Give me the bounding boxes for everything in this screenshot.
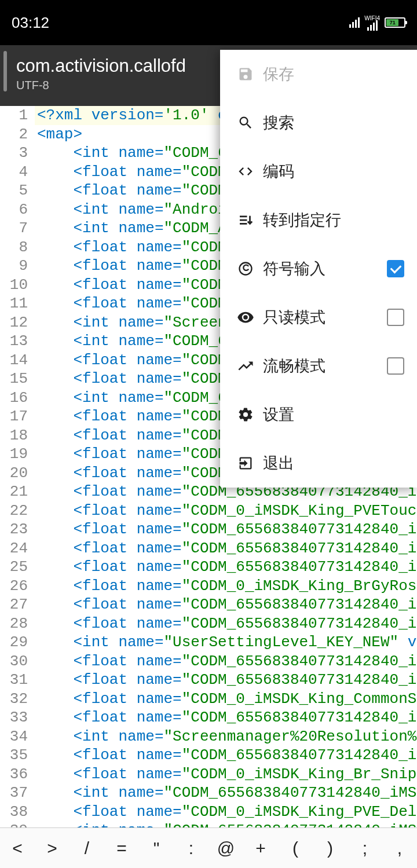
symbol-key[interactable]: ( xyxy=(278,828,313,868)
gear-icon xyxy=(233,406,258,423)
line-number: 15 xyxy=(0,369,35,389)
code-content[interactable]: <float name="CODM_655683840773142840_iMS xyxy=(35,539,417,558)
code-content[interactable]: <int name="UserSettingLevel_KEY_NEW" val… xyxy=(35,633,417,652)
code-content[interactable]: <float name="CODM_0_iMSDK_King_PVETouchF xyxy=(35,501,417,521)
line-number: 2 xyxy=(0,125,35,144)
menu-settings-label: 设置 xyxy=(263,404,404,425)
line-number: 6 xyxy=(0,200,35,219)
symbol-key[interactable]: > xyxy=(35,828,70,868)
line-number: 31 xyxy=(0,671,35,690)
menu-symbol-input[interactable]: 符号输入 xyxy=(220,244,417,293)
symbol-key[interactable]: , xyxy=(382,828,417,868)
code-content[interactable]: <float name="CODM_0_iMSDK_King_PVE_Delta… xyxy=(35,803,417,822)
menu-readonly[interactable]: 只读模式 xyxy=(220,293,417,342)
menu-exit[interactable]: 退出 xyxy=(220,439,417,488)
line-number: 19 xyxy=(0,445,35,464)
code-content[interactable]: <float name="CODM_655683840773142840_iMS xyxy=(35,558,417,577)
symbol-key[interactable]: + xyxy=(243,828,278,868)
line-number: 13 xyxy=(0,332,35,351)
line-number: 27 xyxy=(0,595,35,614)
code-content[interactable]: <float name="CODM_655683840773142840_iMS xyxy=(35,746,417,765)
line-number: 8 xyxy=(0,238,35,257)
line-number: 3 xyxy=(0,144,35,163)
checkbox-off-icon[interactable] xyxy=(387,309,404,326)
wifi-icon: WIFI4 xyxy=(364,15,380,31)
code-line[interactable]: 39 <int name="CODM_655683840773142840_iM… xyxy=(0,821,417,827)
symbol-key[interactable]: @ xyxy=(209,828,243,868)
line-number: 4 xyxy=(0,163,35,182)
symbol-key[interactable]: : xyxy=(174,828,209,868)
menu-encoding[interactable]: 编码 xyxy=(220,147,417,196)
code-line[interactable]: 30 <float name="CODM_655683840773142840_… xyxy=(0,652,417,671)
line-number: 18 xyxy=(0,426,35,445)
line-number: 16 xyxy=(0,389,35,408)
line-number: 20 xyxy=(0,464,35,483)
code-content[interactable]: <float name="CODM_0_iMSDK_King_Br_Sniper… xyxy=(35,765,417,784)
menu-settings[interactable]: 设置 xyxy=(220,390,417,439)
line-number: 9 xyxy=(0,257,35,276)
code-content[interactable]: <float name="CODM_655683840773142840_iMS xyxy=(35,708,417,727)
code-content[interactable]: <float name="CODM_655683840773142840_iMS xyxy=(35,671,417,690)
menu-search[interactable]: 搜索 xyxy=(220,98,417,147)
line-number: 1 xyxy=(0,106,35,125)
code-line[interactable]: 31 <float name="CODM_655683840773142840_… xyxy=(0,671,417,690)
symbol-key[interactable]: < xyxy=(0,828,35,868)
line-number: 26 xyxy=(0,577,35,596)
code-content[interactable]: <float name="CODM_655683840773142840_iMS xyxy=(35,614,417,633)
code-line[interactable]: 32 <float name="CODM_0_iMSDK_King_Common… xyxy=(0,690,417,709)
copyright-icon xyxy=(233,261,258,277)
line-number: 29 xyxy=(0,633,35,652)
code-line[interactable]: 28 <float name="CODM_655683840773142840_… xyxy=(0,614,417,633)
status-time: 03:12 xyxy=(12,14,49,32)
signal-icon xyxy=(349,17,360,28)
code-line[interactable]: 27 <float name="CODM_655683840773142840_… xyxy=(0,595,417,614)
code-content[interactable]: <int name="CODM_655683840773142840_iMSD xyxy=(35,783,417,803)
code-line[interactable]: 37 <int name="CODM_655683840773142840_iM… xyxy=(0,783,417,803)
code-content[interactable]: <float name="CODM_0_iMSDK_King_BrGyRosco… xyxy=(35,577,417,596)
code-line[interactable]: 35 <float name="CODM_655683840773142840_… xyxy=(0,746,417,765)
line-number: 14 xyxy=(0,351,35,370)
symbol-key[interactable]: / xyxy=(70,828,104,868)
symbol-key[interactable]: ; xyxy=(348,828,382,868)
code-line[interactable]: 34 <int name="Screenmanager%20Resolution… xyxy=(0,727,417,746)
line-number: 25 xyxy=(0,558,35,577)
code-content[interactable]: <float name="CODM_655683840773142840_iMS xyxy=(35,595,417,614)
code-content[interactable]: <int name="Screenmanager%20Resolution%20… xyxy=(35,727,417,746)
checkbox-off-icon[interactable] xyxy=(387,357,404,375)
line-number: 38 xyxy=(0,803,35,822)
symbol-key[interactable]: ) xyxy=(313,828,348,868)
line-number: 33 xyxy=(0,708,35,727)
overflow-menu: 保存 搜索 编码 转到指定行 符号输入 只读模式 流畅模 xyxy=(220,50,417,488)
symbol-key[interactable]: " xyxy=(139,828,174,868)
line-number: 22 xyxy=(0,501,35,521)
code-content[interactable]: <int name="CODM_655683840773142840_iMS xyxy=(35,821,417,827)
line-number: 11 xyxy=(0,294,35,313)
line-number: 12 xyxy=(0,313,35,332)
eye-icon xyxy=(233,309,258,326)
line-number: 37 xyxy=(0,783,35,803)
menu-smooth[interactable]: 流畅模式 xyxy=(220,342,417,390)
code-line[interactable]: 36 <float name="CODM_0_iMSDK_King_Br_Sni… xyxy=(0,765,417,784)
line-number: 7 xyxy=(0,219,35,238)
menu-goto-line[interactable]: 转到指定行 xyxy=(220,196,417,244)
menu-save-label: 保存 xyxy=(263,64,404,85)
code-line[interactable]: 33 <float name="CODM_655683840773142840_… xyxy=(0,708,417,727)
code-line[interactable]: 23 <float name="CODM_655683840773142840_… xyxy=(0,520,417,539)
save-icon xyxy=(233,66,258,82)
code-content[interactable]: <float name="CODM_655683840773142840_iMS xyxy=(35,652,417,671)
line-number: 39 xyxy=(0,821,35,827)
code-content[interactable]: <float name="CODM_0_iMSDK_King_CommonSp xyxy=(35,690,417,709)
menu-readonly-label: 只读模式 xyxy=(263,307,387,328)
menu-save[interactable]: 保存 xyxy=(220,50,417,98)
code-line[interactable]: 22 <float name="CODM_0_iMSDK_King_PVETou… xyxy=(0,501,417,521)
code-line[interactable]: 29 <int name="UserSettingLevel_KEY_NEW" … xyxy=(0,633,417,652)
code-content[interactable]: <float name="CODM_655683840773142840_iMS xyxy=(35,520,417,539)
code-line[interactable]: 38 <float name="CODM_0_iMSDK_King_PVE_De… xyxy=(0,803,417,822)
code-line[interactable]: 24 <float name="CODM_655683840773142840_… xyxy=(0,539,417,558)
checkbox-on-icon[interactable] xyxy=(387,260,404,277)
code-line[interactable]: 25 <float name="CODM_655683840773142840_… xyxy=(0,558,417,577)
symbol-key[interactable]: = xyxy=(104,828,139,868)
line-number: 32 xyxy=(0,690,35,709)
line-number: 17 xyxy=(0,407,35,426)
code-line[interactable]: 26 <float name="CODM_0_iMSDK_King_BrGyRo… xyxy=(0,577,417,596)
